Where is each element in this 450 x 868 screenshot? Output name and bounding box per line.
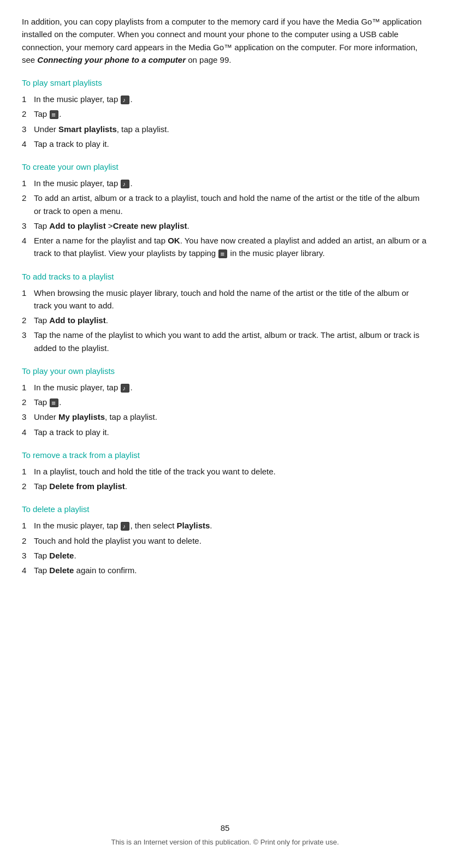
step-number: 3 xyxy=(22,411,34,423)
step-item: 4 Tap a track to play it. xyxy=(22,426,428,438)
step-text: Tap the name of the playlist to which yo… xyxy=(34,329,428,354)
step-number: 1 xyxy=(22,93,34,105)
section-create-playlist: To create your own playlist 1 In the mus… xyxy=(22,162,428,260)
section-title-delete-playlist: To delete a playlist xyxy=(22,504,428,514)
step-number: 3 xyxy=(22,219,34,232)
step-list-add-tracks: 1 When browsing the music player library… xyxy=(22,287,428,354)
step-item: 2 Touch and hold the playlist you want t… xyxy=(22,534,428,547)
music-player-icon xyxy=(121,180,129,188)
intro-link: Connecting your phone to a computer xyxy=(37,55,186,64)
step-text: In the music player, tap . xyxy=(34,93,428,105)
section-title-play-smart: To play smart playlists xyxy=(22,78,428,87)
step-item: 4 Enter a name for the playlist and tap … xyxy=(22,234,428,260)
step-item: 2 Tap Add to playlist. xyxy=(22,314,428,326)
step-item: 3 Tap Add to playlist >Create new playli… xyxy=(22,219,428,232)
step-item: 1 In the music player, tap . xyxy=(22,381,428,394)
section-title-add-tracks: To add tracks to a playlist xyxy=(22,272,428,281)
step-text: Touch and hold the playlist you want to … xyxy=(34,534,428,547)
step-item: 4 Tap Delete again to confirm. xyxy=(22,564,428,576)
menu-icon xyxy=(50,110,58,119)
intro-paragraph: In addition, you can copy playlists from… xyxy=(22,15,428,66)
step-number: 2 xyxy=(22,396,34,408)
step-item: 2 Tap Delete from playlist. xyxy=(22,480,428,492)
step-number: 2 xyxy=(22,534,34,547)
step-text: Tap Delete again to confirm. xyxy=(34,564,428,576)
footer-text: This is an Internet version of this publ… xyxy=(111,838,339,846)
step-list-delete-playlist: 1 In the music player, tap , then select… xyxy=(22,519,428,576)
step-number: 1 xyxy=(22,519,34,532)
intro-text-end: on page 99. xyxy=(186,55,231,64)
step-number: 1 xyxy=(22,465,34,478)
step-item: 3 Tap the name of the playlist to which … xyxy=(22,329,428,354)
step-item: 3 Under My playlists, tap a playlist. xyxy=(22,411,428,423)
section-delete-playlist: To delete a playlist 1 In the music play… xyxy=(22,504,428,576)
step-item: 2 To add an artist, album or a track to … xyxy=(22,192,428,217)
step-text: Tap Add to playlist. xyxy=(34,314,428,326)
step-item: 1 In the music player, tap . xyxy=(22,177,428,189)
step-text: Tap a track to play it. xyxy=(34,138,428,150)
step-item: 2 Tap . xyxy=(22,108,428,120)
section-title-create-playlist: To create your own playlist xyxy=(22,162,428,171)
step-item: 3 Tap Delete. xyxy=(22,549,428,562)
step-number: 1 xyxy=(22,287,34,299)
step-number: 4 xyxy=(22,426,34,438)
menu-icon xyxy=(50,399,58,407)
step-number: 3 xyxy=(22,123,34,135)
step-list-play-own: 1 In the music player, tap . 2 Tap . 3 U… xyxy=(22,381,428,438)
step-text: Tap Delete. xyxy=(34,549,428,562)
step-text: Tap Delete from playlist. xyxy=(34,480,428,492)
step-item: 3 Under Smart playlists, tap a playlist. xyxy=(22,123,428,135)
step-text: In the music player, tap . xyxy=(34,381,428,394)
step-text: In the music player, tap , then select P… xyxy=(34,519,428,532)
step-text: Enter a name for the playlist and tap OK… xyxy=(34,234,428,260)
section-title-remove-track: To remove a track from a playlist xyxy=(22,450,428,460)
step-number: 2 xyxy=(22,108,34,120)
page-content: In addition, you can copy playlists from… xyxy=(0,0,450,632)
step-text: When browsing the music player library, … xyxy=(34,287,428,312)
step-text: Tap . xyxy=(34,396,428,408)
step-number: 1 xyxy=(22,381,34,394)
step-number: 3 xyxy=(22,329,34,341)
section-remove-track: To remove a track from a playlist 1 In a… xyxy=(22,450,428,493)
step-number: 4 xyxy=(22,234,34,247)
music-player-icon xyxy=(121,522,129,531)
step-text: In the music player, tap . xyxy=(34,177,428,189)
step-text: Tap Add to playlist >Create new playlist… xyxy=(34,219,428,232)
section-add-tracks: To add tracks to a playlist 1 When brows… xyxy=(22,272,428,354)
step-item: 1 In the music player, tap . xyxy=(22,93,428,105)
page-number: 85 xyxy=(0,823,450,833)
step-number: 2 xyxy=(22,480,34,492)
step-list-remove-track: 1 In a playlist, touch and hold the titl… xyxy=(22,465,428,493)
step-number: 1 xyxy=(22,177,34,189)
step-number: 2 xyxy=(22,314,34,326)
section-title-play-own: To play your own playlists xyxy=(22,366,428,376)
section-play-own: To play your own playlists 1 In the musi… xyxy=(22,366,428,438)
step-list-play-smart: 1 In the music player, tap . 2 Tap . 3 U… xyxy=(22,93,428,150)
step-item: 1 In the music player, tap , then select… xyxy=(22,519,428,532)
section-play-smart: To play smart playlists 1 In the music p… xyxy=(22,78,428,150)
page-footer: 85 This is an Internet version of this p… xyxy=(0,823,450,846)
step-text: Under Smart playlists, tap a playlist. xyxy=(34,123,428,135)
step-number: 2 xyxy=(22,192,34,204)
step-item: 1 When browsing the music player library… xyxy=(22,287,428,312)
step-list-create-playlist: 1 In the music player, tap . 2 To add an… xyxy=(22,177,428,260)
step-text: Tap a track to play it. xyxy=(34,426,428,438)
step-number: 4 xyxy=(22,138,34,150)
step-item: 4 Tap a track to play it. xyxy=(22,138,428,150)
step-number: 4 xyxy=(22,564,34,576)
music-player-icon xyxy=(121,96,129,104)
music-player-icon xyxy=(121,384,129,393)
step-item: 1 In a playlist, touch and hold the titl… xyxy=(22,465,428,478)
step-text: Tap . xyxy=(34,108,428,120)
step-item: 2 Tap . xyxy=(22,396,428,408)
step-text: To add an artist, album or a track to a … xyxy=(34,192,428,217)
step-number: 3 xyxy=(22,549,34,562)
step-text: Under My playlists, tap a playlist. xyxy=(34,411,428,423)
step-text: In a playlist, touch and hold the title … xyxy=(34,465,428,478)
menu-icon xyxy=(218,249,227,258)
